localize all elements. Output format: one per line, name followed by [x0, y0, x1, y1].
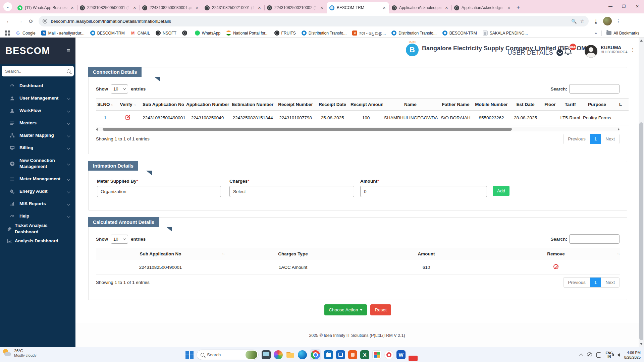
bookmark-bescom-trm[interactable]: BESCOM-TRM [90, 31, 125, 36]
bookmark-distribution-2[interactable]: Distribution Transfo... [391, 31, 436, 36]
reload-button[interactable]: ⟳ [29, 18, 33, 24]
bookmark-whatsapp[interactable]: WhatsApp [195, 31, 220, 36]
column-header[interactable]: Tariff [559, 99, 582, 111]
app-icon-camera[interactable] [274, 350, 283, 359]
charges-select[interactable]: Select [229, 186, 354, 197]
pagination-page-1[interactable]: 1 [590, 278, 601, 287]
hamburger-icon[interactable]: ≡ [66, 47, 70, 54]
bookmark-sakala[interactable]: SAKALA PENDING... [483, 31, 528, 36]
bookmarks-overflow-icon[interactable]: » [595, 31, 597, 36]
amount-input[interactable] [364, 189, 483, 194]
table-search-input[interactable] [569, 234, 620, 244]
sidebar-item-energy-audit[interactable]: Energy Audit [0, 185, 75, 198]
tab-acknowledgement-1[interactable]: ApplicationAcknoledgeme ✕ [389, 2, 451, 13]
user-details-dropdown[interactable]: USER DETAILS [507, 49, 563, 56]
bookmark-fruits[interactable]: FRUITS [274, 31, 296, 36]
column-header[interactable]: Remove↑↓ [492, 248, 620, 260]
app-icon-blue-tile[interactable] [336, 350, 345, 359]
horizontal-scrollbar-thumb[interactable] [103, 128, 512, 131]
tab-close-icon[interactable]: ✕ [444, 6, 449, 10]
column-header[interactable]: Receipt Amount [349, 99, 383, 111]
clock[interactable]: 4:06 PM 8/28/2025 [624, 350, 641, 360]
column-header[interactable]: Amount [361, 248, 492, 260]
reset-button[interactable]: Reset [370, 304, 391, 315]
sidebar-search-input[interactable] [5, 69, 67, 74]
tab-whatsapp[interactable]: (11) WhatsApp Business ✕ [15, 2, 77, 13]
chrome-icon[interactable] [311, 350, 320, 359]
sidebar-item-masters[interactable]: Masters [0, 117, 75, 129]
pagination-next[interactable]: Next [601, 134, 619, 144]
column-header[interactable]: Estimation Number [230, 99, 275, 111]
add-button[interactable]: Add [493, 186, 509, 196]
tab-close-icon[interactable]: ✕ [132, 6, 137, 10]
sidebar-item-user-management[interactable]: User Management [0, 92, 75, 105]
new-tab-button[interactable]: + [517, 4, 520, 11]
tab-acknowledgement-2[interactable]: ApplicationAcknoledgeme ✕ [451, 2, 514, 13]
pagination-page-1[interactable]: 1 [590, 134, 601, 144]
microsoft-store-icon[interactable] [324, 350, 333, 359]
opera-icon[interactable] [384, 350, 393, 359]
window-minimize-button[interactable]: — [604, 4, 617, 9]
remove-icon[interactable] [553, 264, 558, 269]
window-close-button[interactable]: ✕ [631, 4, 644, 9]
app-icon-small-red[interactable] [409, 356, 418, 361]
page-length-select[interactable]: 10 [111, 235, 128, 244]
edge-icon[interactable] [298, 350, 307, 359]
bookmark-unnamed[interactable] [182, 31, 189, 36]
column-header[interactable]: Father Name [438, 99, 473, 111]
column-header[interactable]: SLNO↑↓ [96, 99, 114, 111]
bookmark-bescom-trm-2[interactable]: BESCOM-TRM [442, 31, 477, 36]
meter-supplied-by-select[interactable]: Organization [97, 186, 221, 197]
sidebar-item-master-mapping[interactable]: Master Mapping [0, 129, 75, 142]
app-icon-grid-tile[interactable] [372, 350, 381, 359]
sidebar-search[interactable] [2, 66, 74, 76]
language-indicator[interactable]: ENG IN [605, 351, 613, 359]
browser-menu-icon[interactable]: ⋮ [616, 18, 621, 24]
column-header[interactable]: Name [383, 99, 438, 111]
tab-pdf-4[interactable]: 22431082500210002 (1).p ✕ [264, 2, 327, 13]
taskbar-search[interactable]: Search [197, 350, 259, 360]
sidebar-item-dashboard[interactable]: Dashboard [0, 80, 75, 92]
tab-pdf-2[interactable]: 22431082500030001.pdf ✕ [140, 2, 202, 13]
bookmark-national-portal[interactable]: National Portal for... [226, 31, 268, 36]
tab-pdf-1[interactable]: 22431082500500001 (1).p ✕ [77, 2, 140, 13]
bookmark-kannada[interactable]: ಸಸಂಕ - ಆಸ್ತಿ ಮತ್ತು... [352, 31, 386, 36]
file-explorer-icon[interactable] [286, 350, 295, 359]
show-desktop-button[interactable] [643, 349, 644, 360]
taskbar-weather[interactable]: 26°C Mostly cloudy [3, 349, 37, 357]
tab-close-icon[interactable]: ✕ [382, 6, 386, 10]
column-header[interactable]: Est Date [509, 99, 541, 111]
downloads-icon[interactable]: ⭳ [593, 18, 598, 24]
page-scrollbar-thumb[interactable] [639, 122, 643, 340]
scroll-down-icon[interactable] [640, 343, 643, 345]
scroll-up-icon[interactable] [640, 40, 643, 42]
amount-field[interactable] [360, 186, 487, 197]
horizontal-scrollbar[interactable] [96, 127, 620, 131]
sidebar-item-workflow[interactable]: WorkFlow [0, 105, 75, 117]
verify-edit-icon[interactable] [125, 116, 130, 121]
column-header[interactable]: L [612, 99, 629, 111]
column-header[interactable]: Sub Application No [141, 99, 185, 111]
bookmark-distribution-1[interactable]: Distribution Transfo... [302, 31, 346, 36]
scroll-left-icon[interactable] [96, 128, 98, 131]
bookmark-mail[interactable]: oMail - aehuliyurdur... [41, 31, 85, 36]
choose-action-button[interactable]: Choose Action [324, 304, 367, 315]
tray-chevron-up-icon[interactable] [580, 354, 583, 357]
bookmark-google[interactable]: GGoogle [15, 31, 36, 36]
all-bookmarks-button[interactable]: All Bookmarks [606, 31, 639, 36]
tab-bescom-trm-active[interactable]: BESCOM-TRM ✕ [327, 2, 389, 13]
bookmark-star-icon[interactable]: ☆ [580, 19, 585, 23]
tab-close-icon[interactable]: ✕ [257, 6, 262, 10]
column-header[interactable]: Verify↑↓ [114, 99, 141, 111]
sidebar-item-meter-management[interactable]: Meter Management [0, 173, 75, 185]
scroll-right-icon[interactable] [618, 128, 620, 131]
tab-close-icon[interactable]: ✕ [195, 6, 199, 10]
pagination-next[interactable]: Next [601, 278, 619, 287]
app-icon-orange-tile[interactable] [348, 350, 357, 359]
column-header[interactable]: Floor [541, 99, 559, 111]
tray-device-icon[interactable] [596, 352, 601, 358]
speaker-icon[interactable] [617, 353, 620, 357]
bookmark-nsoft[interactable]: NSOFT [156, 31, 176, 36]
tab-close-icon[interactable]: ✕ [507, 6, 511, 10]
sidebar-item-help[interactable]: Help [0, 210, 75, 223]
